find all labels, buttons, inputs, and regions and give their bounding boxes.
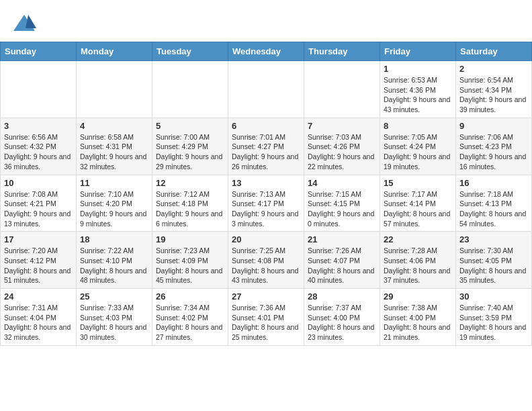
calendar-cell: 4Sunrise: 6:58 AM Sunset: 4:31 PM Daylig…	[77, 118, 152, 175]
calendar-cell: 29Sunrise: 7:38 AM Sunset: 4:00 PM Dayli…	[380, 289, 456, 346]
day-info: Sunrise: 6:56 AM Sunset: 4:32 PM Dayligh…	[4, 132, 73, 172]
weekday-header: Tuesday	[152, 42, 228, 61]
calendar-cell: 18Sunrise: 7:22 AM Sunset: 4:10 PM Dayli…	[77, 232, 152, 289]
calendar-cell: 1Sunrise: 6:53 AM Sunset: 4:36 PM Daylig…	[380, 61, 456, 118]
day-number: 3	[4, 121, 73, 131]
day-number: 24	[4, 291, 73, 302]
weekday-header: Monday	[77, 42, 152, 61]
day-number: 22	[384, 234, 452, 244]
calendar-cell: 14Sunrise: 7:15 AM Sunset: 4:15 PM Dayli…	[304, 175, 380, 232]
day-info: Sunrise: 7:06 AM Sunset: 4:23 PM Dayligh…	[459, 132, 528, 172]
calendar-cell: 23Sunrise: 7:30 AM Sunset: 4:05 PM Dayli…	[456, 232, 532, 289]
day-number: 9	[459, 121, 528, 131]
day-info: Sunrise: 7:34 AM Sunset: 4:02 PM Dayligh…	[156, 303, 224, 342]
day-number: 10	[4, 178, 73, 188]
calendar-cell: 26Sunrise: 7:34 AM Sunset: 4:02 PM Dayli…	[152, 289, 228, 346]
day-info: Sunrise: 7:15 AM Sunset: 4:15 PM Dayligh…	[308, 189, 376, 229]
day-number: 15	[384, 178, 452, 188]
weekday-header: Thursday	[304, 42, 380, 61]
calendar-cell: 9Sunrise: 7:06 AM Sunset: 4:23 PM Daylig…	[456, 118, 532, 175]
day-number: 19	[156, 234, 224, 244]
page-header	[0, 0, 532, 42]
day-info: Sunrise: 7:20 AM Sunset: 4:12 PM Dayligh…	[4, 246, 73, 285]
calendar-header-row: SundayMondayTuesdayWednesdayThursdayFrid…	[1, 42, 532, 61]
day-info: Sunrise: 7:13 AM Sunset: 4:17 PM Dayligh…	[232, 189, 300, 229]
day-number: 26	[156, 291, 224, 302]
calendar-week-row: 17Sunrise: 7:20 AM Sunset: 4:12 PM Dayli…	[1, 232, 532, 289]
day-info: Sunrise: 7:33 AM Sunset: 4:03 PM Dayligh…	[80, 303, 148, 342]
day-number: 11	[80, 178, 148, 188]
weekday-header: Wednesday	[228, 42, 304, 61]
day-info: Sunrise: 7:37 AM Sunset: 4:00 PM Dayligh…	[308, 303, 376, 342]
calendar-cell: 8Sunrise: 7:05 AM Sunset: 4:24 PM Daylig…	[380, 118, 456, 175]
day-number: 1	[384, 64, 452, 74]
day-number: 4	[80, 121, 148, 131]
calendar-week-row: 1Sunrise: 6:53 AM Sunset: 4:36 PM Daylig…	[1, 61, 532, 118]
calendar-cell: 2Sunrise: 6:54 AM Sunset: 4:34 PM Daylig…	[456, 61, 532, 118]
day-number: 20	[232, 234, 300, 244]
day-number: 27	[232, 291, 300, 302]
day-info: Sunrise: 7:26 AM Sunset: 4:07 PM Dayligh…	[308, 246, 376, 285]
calendar-cell	[228, 61, 304, 118]
day-info: Sunrise: 7:18 AM Sunset: 4:13 PM Dayligh…	[459, 189, 528, 229]
calendar-cell: 28Sunrise: 7:37 AM Sunset: 4:00 PM Dayli…	[304, 289, 380, 346]
calendar-cell: 27Sunrise: 7:36 AM Sunset: 4:01 PM Dayli…	[228, 289, 304, 346]
logo-icon	[12, 12, 36, 36]
calendar-cell: 12Sunrise: 7:12 AM Sunset: 4:18 PM Dayli…	[152, 175, 228, 232]
weekday-header: Sunday	[1, 42, 77, 61]
day-number: 16	[459, 178, 528, 188]
svg-marker-1	[26, 15, 36, 28]
day-number: 25	[80, 291, 148, 302]
day-number: 8	[384, 121, 452, 131]
calendar-cell: 19Sunrise: 7:23 AM Sunset: 4:09 PM Dayli…	[152, 232, 228, 289]
calendar-week-row: 3Sunrise: 6:56 AM Sunset: 4:32 PM Daylig…	[1, 118, 532, 175]
calendar-cell: 17Sunrise: 7:20 AM Sunset: 4:12 PM Dayli…	[1, 232, 77, 289]
calendar-cell: 7Sunrise: 7:03 AM Sunset: 4:26 PM Daylig…	[304, 118, 380, 175]
calendar-cell: 22Sunrise: 7:28 AM Sunset: 4:06 PM Dayli…	[380, 232, 456, 289]
day-info: Sunrise: 7:17 AM Sunset: 4:14 PM Dayligh…	[384, 189, 452, 229]
calendar-cell: 24Sunrise: 7:31 AM Sunset: 4:04 PM Dayli…	[1, 289, 77, 346]
day-number: 5	[156, 121, 224, 131]
calendar-week-row: 10Sunrise: 7:08 AM Sunset: 4:21 PM Dayli…	[1, 175, 532, 232]
day-number: 21	[308, 234, 376, 244]
calendar-cell: 13Sunrise: 7:13 AM Sunset: 4:17 PM Dayli…	[228, 175, 304, 232]
calendar-table: SundayMondayTuesdayWednesdayThursdayFrid…	[0, 42, 532, 346]
day-number: 17	[4, 234, 73, 244]
day-info: Sunrise: 7:28 AM Sunset: 4:06 PM Dayligh…	[384, 246, 452, 285]
day-info: Sunrise: 7:36 AM Sunset: 4:01 PM Dayligh…	[232, 303, 300, 342]
calendar-cell: 6Sunrise: 7:01 AM Sunset: 4:27 PM Daylig…	[228, 118, 304, 175]
calendar-cell: 15Sunrise: 7:17 AM Sunset: 4:14 PM Dayli…	[380, 175, 456, 232]
calendar-cell: 10Sunrise: 7:08 AM Sunset: 4:21 PM Dayli…	[1, 175, 77, 232]
day-info: Sunrise: 6:53 AM Sunset: 4:36 PM Dayligh…	[384, 75, 452, 115]
day-info: Sunrise: 6:58 AM Sunset: 4:31 PM Dayligh…	[80, 132, 148, 172]
day-info: Sunrise: 6:54 AM Sunset: 4:34 PM Dayligh…	[459, 75, 528, 115]
calendar-cell: 5Sunrise: 7:00 AM Sunset: 4:29 PM Daylig…	[152, 118, 228, 175]
day-info: Sunrise: 7:31 AM Sunset: 4:04 PM Dayligh…	[4, 303, 73, 342]
day-info: Sunrise: 7:05 AM Sunset: 4:24 PM Dayligh…	[384, 132, 452, 172]
day-info: Sunrise: 7:30 AM Sunset: 4:05 PM Dayligh…	[459, 246, 528, 285]
calendar-cell: 20Sunrise: 7:25 AM Sunset: 4:08 PM Dayli…	[228, 232, 304, 289]
calendar-cell: 21Sunrise: 7:26 AM Sunset: 4:07 PM Dayli…	[304, 232, 380, 289]
weekday-header: Friday	[380, 42, 456, 61]
day-number: 6	[232, 121, 300, 131]
day-number: 12	[156, 178, 224, 188]
day-number: 7	[308, 121, 376, 131]
day-info: Sunrise: 7:10 AM Sunset: 4:20 PM Dayligh…	[80, 189, 148, 229]
day-number: 13	[232, 178, 300, 188]
day-number: 18	[80, 234, 148, 244]
day-info: Sunrise: 7:23 AM Sunset: 4:09 PM Dayligh…	[156, 246, 224, 285]
calendar-cell: 16Sunrise: 7:18 AM Sunset: 4:13 PM Dayli…	[456, 175, 532, 232]
day-info: Sunrise: 7:40 AM Sunset: 3:59 PM Dayligh…	[459, 303, 528, 342]
calendar-week-row: 24Sunrise: 7:31 AM Sunset: 4:04 PM Dayli…	[1, 289, 532, 346]
calendar-cell: 3Sunrise: 6:56 AM Sunset: 4:32 PM Daylig…	[1, 118, 77, 175]
day-number: 2	[459, 64, 528, 74]
logo	[12, 12, 39, 36]
calendar-cell: 25Sunrise: 7:33 AM Sunset: 4:03 PM Dayli…	[77, 289, 152, 346]
day-info: Sunrise: 7:08 AM Sunset: 4:21 PM Dayligh…	[4, 189, 73, 229]
day-number: 28	[308, 291, 376, 302]
calendar-cell	[152, 61, 228, 118]
calendar-cell	[77, 61, 152, 118]
calendar-cell	[304, 61, 380, 118]
day-number: 30	[459, 291, 528, 302]
day-info: Sunrise: 7:03 AM Sunset: 4:26 PM Dayligh…	[308, 132, 376, 172]
